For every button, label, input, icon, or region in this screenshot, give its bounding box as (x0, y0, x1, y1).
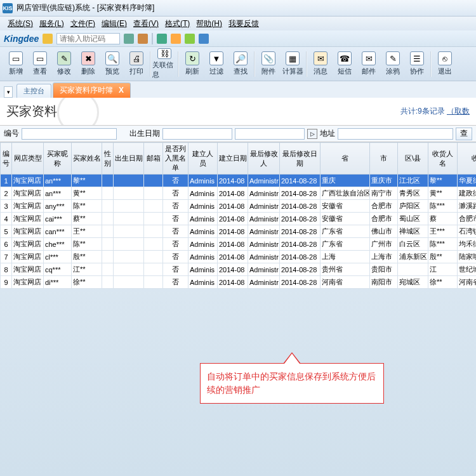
tool-icon-6[interactable] (199, 34, 209, 44)
cell (114, 187, 144, 200)
col-header[interactable]: 最后修改日期 (280, 143, 321, 175)
annotation-callout: 自动将订单中的买家信息保存到系统方便后续的营销推广 (200, 352, 384, 404)
cell: 黄** (428, 187, 458, 200)
table-row[interactable]: 5淘宝网店can***王**否Adminis2014-08Administr20… (1, 225, 477, 238)
col-header[interactable]: 建立日期 (218, 143, 248, 175)
menu-item-4[interactable]: 查看(V) (131, 17, 161, 30)
data-grid[interactable]: 编号网店类型买家昵称买家姓名性别出生日期邮箱是否列入黑名单建立人员建立日期最后修… (0, 142, 476, 289)
tool-icon-2[interactable] (138, 34, 148, 44)
help-icon[interactable] (43, 34, 53, 44)
toolbar-退出[interactable]: ⎋退出 (433, 49, 457, 79)
tab-buyer-list[interactable]: 买家资料序时簿 X (53, 83, 131, 98)
toolbar-短信[interactable]: ☎短信 (333, 49, 357, 79)
cell: 贵州省 (321, 263, 370, 276)
col-header[interactable]: 买家姓名 (72, 143, 102, 175)
toolbar-附件[interactable]: 📎附件 (256, 49, 281, 79)
tool-icon-1[interactable] (124, 34, 134, 44)
cell: 重庆 (321, 175, 370, 187)
filter-birth-to-input[interactable] (235, 128, 305, 140)
col-header[interactable]: 收 (458, 143, 477, 175)
filter-label-addr: 地址 (320, 128, 335, 139)
fetch-link[interactable]: （取数 (447, 107, 470, 116)
col-header[interactable]: 建立人员 (188, 143, 218, 175)
cell: 黎** (72, 175, 102, 187)
col-header[interactable]: 性别 (102, 143, 114, 175)
table-row[interactable]: 4淘宝网店cai***蔡**否Adminis2014-08Administr20… (1, 213, 477, 225)
col-header[interactable]: 市 (370, 143, 398, 175)
mnemonic-input[interactable] (56, 33, 120, 44)
col-header[interactable]: 是否列入黑名单 (163, 143, 188, 175)
table-row[interactable]: 3淘宝网店any***陈**否Adminis2014-08Administr20… (1, 200, 477, 213)
cell: 殷** (72, 251, 102, 263)
col-header[interactable]: 区\县 (398, 143, 428, 175)
tool-icon-4[interactable] (171, 34, 181, 44)
table-row[interactable]: 1淘宝网店an***黎**否Adminis2014-08Administr201… (1, 175, 477, 187)
table-row[interactable]: 7淘宝网店cl***殷**否Adminis2014-08Administr201… (1, 251, 477, 263)
filter-birth-from-input[interactable] (162, 128, 232, 140)
record-summary: 共计:9条记录 （取数 (400, 106, 470, 117)
menu-item-6[interactable]: 帮助(H) (194, 17, 225, 30)
toolbar-消息[interactable]: ✉消息 (308, 49, 333, 79)
cell: 2014-08 (218, 187, 248, 200)
tab-label: 买家资料序时簿 (60, 86, 113, 95)
toolbar-修改[interactable]: ✎修改 (52, 49, 76, 79)
col-header[interactable]: 网店类型 (12, 143, 44, 175)
filter-id-input[interactable] (22, 128, 117, 140)
separator (150, 51, 151, 77)
cell: Administr (248, 251, 280, 263)
help-row: Kingdee (0, 30, 476, 47)
toolbar-协作[interactable]: ☰协作 (405, 49, 429, 79)
toolbar-新增[interactable]: ▭新增 (4, 49, 28, 79)
toolbar-查看[interactable]: ▭查看 (28, 49, 52, 79)
cell: 2014-08-28 (280, 213, 321, 225)
cell: Adminis (188, 225, 218, 238)
col-header[interactable]: 买家昵称 (44, 143, 72, 175)
toolbar-预览[interactable]: 🔍预览 (100, 49, 124, 79)
menu-item-2[interactable]: 文件(F) (68, 17, 98, 30)
menu-item-1[interactable]: 服务(L) (37, 17, 67, 30)
toolbar-关联信息[interactable]: ⛓关联信息 (152, 49, 176, 79)
cell: Administr (248, 263, 280, 276)
toolbar-过滤[interactable]: ▼过滤 (204, 49, 228, 79)
col-header[interactable]: 最后修改人 (248, 143, 280, 175)
toolbar-刷新[interactable]: ↻刷新 (180, 49, 204, 79)
col-header[interactable]: 编号 (1, 143, 12, 175)
menu-item-3[interactable]: 编辑(E) (99, 17, 129, 30)
col-header[interactable]: 省 (321, 143, 370, 175)
toolbar-计算器[interactable]: ▦计算器 (281, 49, 305, 79)
col-header[interactable]: 出生日期 (114, 143, 144, 175)
tab-scroll-left-icon[interactable]: ▾ (4, 86, 13, 98)
filter-addr-input[interactable] (338, 128, 453, 140)
cell: Adminis (188, 251, 218, 263)
table-row[interactable]: 9淘宝网店di***徐**否Adminis2014-08Administr201… (1, 276, 477, 289)
cell: 2014-08-28 (280, 225, 321, 238)
search-button[interactable]: 查 (456, 128, 472, 140)
go-icon[interactable]: ▷ (307, 129, 317, 139)
tool-icon-5[interactable] (185, 34, 195, 44)
table-row[interactable]: 6淘宝网店che***陈**否Adminis2014-08Administr20… (1, 238, 477, 251)
toolbar-icon: 🔎 (234, 51, 248, 65)
table-row[interactable]: 8淘宝网店cq***江**否Adminis2014-08Administr201… (1, 263, 477, 276)
tool-icon-3[interactable] (157, 34, 167, 44)
cell: di*** (44, 276, 72, 289)
cell: 5 (1, 225, 12, 238)
cell (102, 251, 114, 263)
cell: 合肥市金寨 (458, 213, 477, 225)
col-header[interactable]: 邮箱 (144, 143, 163, 175)
table-row[interactable]: 2淘宝网店an***黄**否Adminis2014-08Administr201… (1, 187, 477, 200)
menu-item-5[interactable]: 格式(T) (162, 17, 192, 30)
brand-logo: Kingdee (4, 34, 39, 44)
toolbar-删除[interactable]: ✖删除 (76, 49, 100, 79)
toolbar-查找[interactable]: 🔎查找 (228, 49, 253, 79)
menu-item-0[interactable]: 系统(S) (5, 17, 36, 30)
tab-dashboard[interactable]: 主控台 (17, 84, 51, 98)
col-header[interactable]: 收货人名 (428, 143, 458, 175)
toolbar-打印[interactable]: 🖨打印 (124, 49, 149, 79)
cell: 浦东新区 (398, 251, 428, 263)
cell: 白云区 (398, 238, 428, 251)
menu-item-7[interactable]: 我要反馈 (226, 17, 261, 30)
toolbar-邮件[interactable]: ✉邮件 (357, 49, 381, 79)
close-icon[interactable]: X (119, 86, 124, 95)
toolbar-涂鸦[interactable]: ✎涂鸦 (381, 49, 405, 79)
cell (114, 238, 144, 251)
